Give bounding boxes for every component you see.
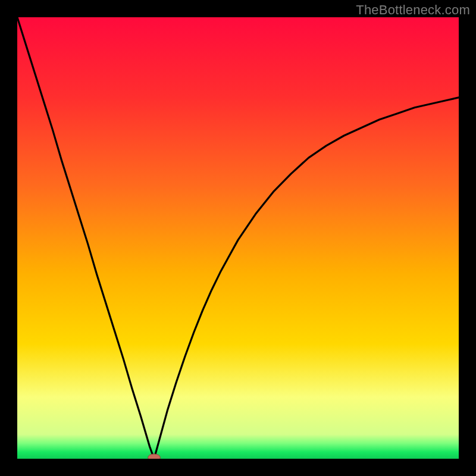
- gradient-background: [17, 17, 459, 459]
- watermark-text: TheBottleneck.com: [356, 2, 470, 18]
- chart-frame: { "watermark": "TheBottleneck.com", "col…: [0, 0, 476, 476]
- bottleneck-chart: [0, 0, 476, 476]
- optimum-marker: [148, 454, 161, 461]
